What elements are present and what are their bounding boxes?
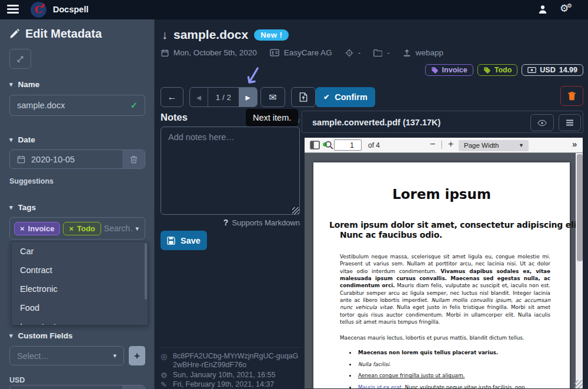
- attachment-menu-button[interactable]: [559, 114, 581, 131]
- tag-icon: [431, 67, 439, 74]
- expand-sidebar-button[interactable]: [9, 49, 31, 69]
- name-input[interactable]: sample.docx ✓: [9, 95, 145, 116]
- docspell-logo[interactable]: C: [31, 2, 46, 18]
- tags-multiselect[interactable]: × Invoice × Todo Search… ▾: [9, 217, 145, 240]
- pdfjs-toolbar: of 4 − | + Page Width ▼ »: [305, 138, 583, 153]
- notes-textarea[interactable]: [161, 127, 300, 215]
- settings-cogs-icon[interactable]: ⚙⚙: [560, 2, 572, 15]
- correspondent[interactable]: EasyCare AG: [284, 48, 332, 57]
- dropdown-scrollbar[interactable]: [145, 243, 147, 300]
- pdf-zoom-select[interactable]: Page Width ▼: [459, 140, 529, 151]
- item-id-row: ◎ 8c8PFA2UCbg-MYrWzjnRgUC-guqaG2wBHre-rE…: [161, 352, 300, 370]
- custom-fields-section-header[interactable]: ▾ Custom Fields: [9, 331, 73, 340]
- pdf-bullet: Nulla facilisi.: [356, 361, 545, 368]
- caret-down-icon: ▾: [9, 204, 13, 211]
- concerned-person: -: [358, 48, 361, 57]
- edit-metadata-sidebar: Edit Metadata ▾ Name sample.docx ✓ ▾ Dat…: [0, 19, 155, 389]
- mouse-cursor: [243, 67, 261, 88]
- upload-icon: [403, 49, 411, 57]
- pdf-sidebar-toggle-icon[interactable]: [310, 141, 320, 149]
- zoom-out-button[interactable]: −: [430, 139, 435, 149]
- file-upload-icon: [299, 92, 308, 102]
- divider: [161, 347, 300, 348]
- resize-corner[interactable]: [574, 380, 583, 389]
- tag-chip-todo[interactable]: × Todo: [63, 222, 101, 235]
- add-custom-field-button[interactable]: +: [129, 346, 145, 365]
- delete-item-button[interactable]: [560, 86, 583, 106]
- pill-invoice[interactable]: Invoice: [425, 64, 473, 76]
- floppy-icon: [167, 237, 175, 245]
- name-section-header[interactable]: ▾ Name: [9, 80, 39, 89]
- caret-down-icon: ▾: [9, 81, 13, 88]
- new-badge[interactable]: New !: [254, 29, 289, 41]
- pill-todo[interactable]: Todo: [477, 64, 518, 76]
- custom-field-select[interactable]: Select… ▾: [9, 346, 124, 365]
- top-navbar: C Docspell ⚙⚙: [0, 0, 588, 19]
- divider: |: [440, 139, 443, 149]
- pdf-scrollbar[interactable]: [576, 153, 583, 389]
- tag-option[interactable]: Food: [12, 298, 148, 317]
- item-title-row: ↓ sample.docx New !: [162, 28, 289, 42]
- resize-diagonal-icon: [16, 55, 24, 63]
- pdf-search-icon[interactable]: [325, 141, 333, 149]
- created-date: Sun, January 10th, 2021, 16:55: [173, 371, 275, 380]
- eye-icon: [537, 119, 547, 127]
- folder-value: -: [387, 48, 390, 57]
- date-section-header[interactable]: ▾ Date: [9, 135, 35, 144]
- tag-option[interactable]: Contract: [12, 261, 148, 280]
- pdf-page: Lorem ipsum Lorem ipsum dolor sit amet, …: [313, 162, 570, 389]
- updated-date: Fri, February 19th, 2021, 14:37: [173, 380, 274, 389]
- tag-icon: [483, 67, 491, 74]
- pdf-bullet: Aenean congue fringilla justo ut aliquam…: [356, 372, 545, 379]
- source-value: webapp: [416, 48, 443, 57]
- calendar-icon: [17, 155, 25, 164]
- item-updated-row: ✎ Fri, February 19th, 2021, 14:37: [161, 380, 300, 389]
- help-icon[interactable]: ?: [223, 218, 229, 227]
- add-files-button[interactable]: [291, 87, 316, 107]
- caret-down-icon[interactable]: ▾: [135, 225, 139, 232]
- prev-item-button[interactable]: ◂: [190, 88, 208, 107]
- user-icon[interactable]: [538, 5, 547, 14]
- saved-check-icon: ✓: [131, 101, 138, 110]
- pdf-page-total: of 4: [368, 141, 380, 149]
- clear-date-button[interactable]: [122, 150, 145, 168]
- pdf-scrollbar-thumb[interactable]: [577, 154, 583, 261]
- send-mail-button[interactable]: ✉: [260, 87, 285, 107]
- id-card-icon: [270, 49, 279, 56]
- textarea-resize-handle[interactable]: [292, 207, 299, 214]
- folder-icon: [373, 49, 382, 56]
- calendar-icon: [161, 49, 169, 57]
- menu-icon[interactable]: [7, 5, 19, 14]
- pdf-bullet-list: Maecenas non lorem quis tellus placerat …: [313, 349, 570, 389]
- confirm-button[interactable]: ✔ Confirm: [316, 87, 375, 107]
- pdf-page-input[interactable]: [334, 139, 362, 151]
- tags-section-header[interactable]: ▾ Tags: [9, 203, 36, 212]
- arrow-down-icon: ↓: [162, 28, 168, 42]
- usd-field-input[interactable]: [9, 385, 145, 389]
- tag-option[interactable]: Electronic: [12, 280, 148, 298]
- brand-title[interactable]: Docspell: [53, 0, 88, 19]
- suggestions-label: Suggestions: [9, 177, 54, 185]
- tag-search-placeholder[interactable]: Search…: [104, 224, 133, 233]
- tag-option[interactable]: Important: [12, 317, 148, 325]
- next-item-button[interactable]: ▸: [239, 88, 257, 107]
- remove-tag-icon[interactable]: ×: [69, 224, 74, 233]
- date-input[interactable]: 2020-10-05: [9, 149, 145, 169]
- usd-field-action[interactable]: [122, 385, 145, 389]
- gear-icon: ⚙: [161, 371, 168, 380]
- toolbar-more-icon[interactable]: »: [572, 139, 577, 149]
- save-notes-button[interactable]: Save: [161, 231, 207, 250]
- tag-option[interactable]: Car: [12, 242, 148, 261]
- remove-tag-icon[interactable]: ×: [20, 224, 25, 233]
- page-indicator: 1 / 2: [208, 88, 239, 107]
- pdf-viewer: of 4 − | + Page Width ▼ » Lorem ipsum Lo…: [304, 137, 583, 389]
- caret-down-icon: ▾: [113, 352, 116, 360]
- preview-eye-button[interactable]: [530, 114, 554, 131]
- crosshair-icon: [345, 49, 353, 57]
- zoom-in-button[interactable]: +: [448, 139, 453, 149]
- money-bill-icon: [527, 67, 536, 74]
- sidebar-title: Edit Metadata: [9, 27, 102, 41]
- back-button[interactable]: ←: [161, 87, 183, 107]
- tag-chip-invoice[interactable]: × Invoice: [14, 222, 60, 235]
- pill-amount[interactable]: USD 14.99: [522, 64, 583, 76]
